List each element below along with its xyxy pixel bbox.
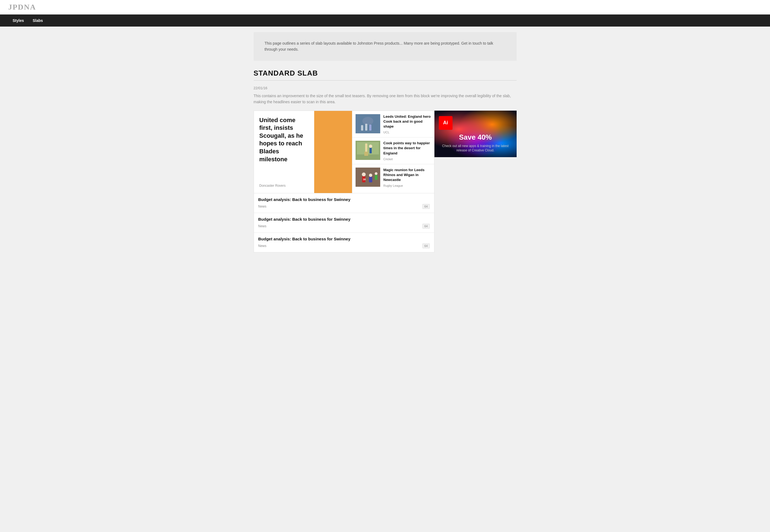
side-article-0[interactable]: Leeds United: England hero Cook back and… — [352, 111, 434, 138]
side-article-2-thumbnail: 16 — [355, 168, 380, 187]
ad-headline: Save 40% — [459, 133, 492, 142]
slab-date: 22/01/16 — [254, 86, 517, 90]
svg-rect-10 — [369, 148, 372, 153]
list-item-0-meta: News 64 — [258, 204, 430, 209]
nav-item-styles[interactable]: Styles — [8, 15, 28, 27]
svg-point-15 — [369, 174, 372, 177]
side-article-1-title: Cook points way to happier times in the … — [383, 141, 431, 156]
list-item-2-meta: News 64 — [258, 243, 430, 248]
list-item-1-meta: News 64 — [258, 224, 430, 229]
nav-item-slabs[interactable]: Slabs — [28, 15, 47, 27]
list-item-0[interactable]: Budget analysis: Back to business for Sw… — [254, 193, 434, 213]
side-article-0-title: Leeds United: England hero Cook back and… — [383, 114, 431, 129]
full-slab: United come first, insists Scougall, as … — [254, 111, 517, 252]
svg-point-17 — [375, 172, 377, 175]
site-header: JPDNA — [0, 0, 770, 15]
page-wrapper: This page outlines a series of slab layo… — [254, 27, 517, 263]
ad-subtext: Check out all new apps & training in the… — [439, 144, 512, 153]
svg-point-1 — [362, 117, 373, 125]
list-item-2-count: 64 — [423, 243, 430, 248]
side-article-1[interactable]: Cook points way to happier times in the … — [352, 137, 434, 164]
svg-rect-2 — [361, 125, 363, 131]
svg-rect-8 — [364, 152, 368, 156]
list-item-2[interactable]: Budget analysis: Back to business for Sw… — [254, 233, 434, 252]
side-article-2[interactable]: 16 Magic reunion for Leeds Rhinos and Wi… — [352, 164, 434, 191]
list-item-1[interactable]: Budget analysis: Back to business for Sw… — [254, 213, 434, 233]
ad-column: Ai Save 40% Check out all new apps & tra… — [435, 111, 517, 252]
list-item-0-title: Budget analysis: Back to business for Sw… — [258, 197, 430, 202]
side-article-2-title: Magic reunion for Leeds Rhinos and Wigan… — [383, 168, 431, 183]
svg-rect-16 — [369, 177, 372, 182]
intro-banner: This page outlines a series of slab layo… — [254, 32, 517, 61]
slab-main-content: United come first, insists Scougall, as … — [254, 111, 435, 252]
list-item-0-category: News — [258, 205, 266, 208]
svg-rect-4 — [369, 125, 371, 131]
main-article-image-placeholder — [314, 111, 352, 193]
side-article-0-info: Leeds United: England hero Cook back and… — [383, 114, 431, 134]
ad-logo: Ai — [439, 116, 453, 130]
ad-logo-text: Ai — [443, 120, 448, 126]
slab-list: Budget analysis: Back to business for Sw… — [254, 193, 435, 252]
side-articles-column: Leeds United: England hero Cook back and… — [352, 111, 434, 193]
main-article-title[interactable]: United come first, insists Scougall, as … — [259, 116, 309, 163]
list-item-2-title: Budget analysis: Back to business for Sw… — [258, 237, 430, 241]
site-nav: Styles Slabs — [0, 15, 770, 27]
slab-description: This contains an improvement to the size… — [254, 93, 517, 105]
section-heading: STANDARD SLAB — [254, 69, 517, 77]
svg-rect-18 — [375, 175, 377, 180]
list-item-1-title: Budget analysis: Back to business for Sw… — [258, 217, 430, 222]
side-article-0-thumbnail — [355, 114, 380, 133]
svg-point-9 — [369, 145, 372, 148]
list-item-0-count: 64 — [423, 204, 430, 209]
side-article-1-category: Cricket — [383, 157, 431, 161]
side-article-0-category: UCL — [383, 131, 431, 134]
svg-point-12 — [362, 172, 366, 176]
side-article-2-category: Rugby League — [383, 184, 431, 187]
slab-main-grid: United come first, insists Scougall, as … — [254, 111, 435, 193]
side-article-2-info: Magic reunion for Leeds Rhinos and Wigan… — [383, 168, 431, 188]
ad-block[interactable]: Ai Save 40% Check out all new apps & tra… — [435, 111, 517, 157]
list-item-1-count: 64 — [423, 224, 430, 229]
intro-text: This page outlines a series of slab layo… — [264, 40, 506, 53]
list-item-2-category: News — [258, 244, 266, 248]
svg-text:16: 16 — [363, 178, 366, 181]
svg-rect-3 — [365, 124, 367, 131]
slab-main-article: United come first, insists Scougall, as … — [254, 111, 314, 193]
main-article-category: Doncaster Rovers — [259, 178, 309, 188]
side-article-1-info: Cook points way to happier times in the … — [383, 141, 431, 161]
site-logo: JPDNA — [8, 3, 762, 11]
list-item-1-category: News — [258, 224, 266, 228]
side-article-1-thumbnail — [355, 141, 380, 160]
